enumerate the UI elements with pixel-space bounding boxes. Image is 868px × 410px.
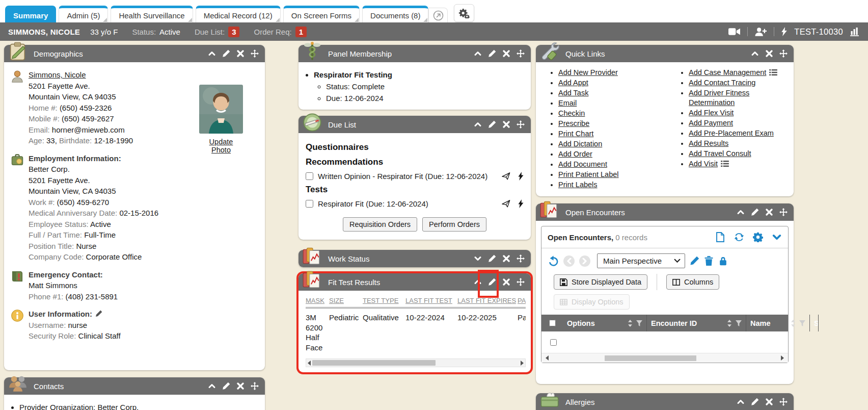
move-icon[interactable]: [517, 254, 525, 263]
collapse-icon[interactable]: [208, 49, 216, 58]
send-paper-plane-icon[interactable]: [502, 172, 510, 181]
sort-icon[interactable]: [791, 320, 796, 327]
move-icon[interactable]: [779, 398, 788, 406]
quick-link[interactable]: Add Payment: [689, 119, 733, 127]
collapse-icon[interactable]: [751, 49, 759, 58]
sort-icon[interactable]: [628, 320, 633, 327]
scroll-right-icon[interactable]: [521, 361, 524, 366]
filter-icon[interactable]: [736, 320, 742, 326]
quick-link[interactable]: Add Document: [558, 160, 607, 168]
chevron-down-icon[interactable]: [772, 232, 782, 242]
send-paper-plane-icon[interactable]: [502, 199, 510, 208]
tab-medical-record[interactable]: Medical Record (12): [196, 6, 281, 22]
scrollbar-thumb[interactable]: [605, 355, 696, 361]
remove-icon[interactable]: [236, 49, 245, 58]
move-icon[interactable]: [517, 278, 525, 286]
perspective-select[interactable]: Main Perspective: [597, 253, 685, 268]
collapse-icon[interactable]: [474, 49, 482, 58]
open-in-new-window-button[interactable]: [428, 8, 448, 22]
tab-admin[interactable]: Admin (5): [59, 6, 108, 22]
horizontal-scrollbar[interactable]: [541, 353, 788, 363]
edit-icon[interactable]: [488, 120, 496, 129]
filter-icon[interactable]: [636, 320, 642, 326]
collapse-icon[interactable]: [474, 120, 482, 129]
chart-settings-button[interactable]: [454, 4, 474, 22]
order-req-badge[interactable]: 1: [295, 27, 307, 37]
quick-action-lightning-icon[interactable]: [518, 199, 524, 208]
quick-link[interactable]: Email: [558, 99, 577, 107]
edit-icon[interactable]: [751, 398, 759, 406]
previous-perspective-button[interactable]: [563, 255, 575, 267]
quick-link[interactable]: Add Results: [689, 139, 728, 147]
remove-icon[interactable]: [765, 49, 773, 58]
collapse-icon[interactable]: [737, 208, 745, 216]
edit-icon[interactable]: [222, 49, 230, 58]
column-size[interactable]: SIZE: [329, 297, 344, 304]
remove-icon[interactable]: [502, 49, 510, 58]
quick-link[interactable]: Print Patient Label: [558, 170, 619, 178]
update-photo-link[interactable]: Update Photo: [199, 138, 243, 154]
remove-icon[interactable]: [765, 208, 773, 216]
remove-icon[interactable]: [502, 278, 510, 286]
video-camera-icon[interactable]: [728, 28, 740, 35]
tab-summary[interactable]: Summary: [5, 6, 56, 22]
columns-button[interactable]: Columns: [666, 274, 719, 290]
edit-icon[interactable]: [488, 49, 496, 58]
quick-link[interactable]: Add Driver Fitness Determination: [689, 89, 749, 107]
patient-name-link[interactable]: Simmons, Nicole: [29, 70, 86, 79]
recommendation-checkbox[interactable]: [306, 172, 313, 180]
gear-icon[interactable]: [753, 232, 763, 242]
quick-action-lightning-icon[interactable]: [518, 172, 524, 181]
column-mask[interactable]: MASK: [306, 297, 324, 304]
quick-link[interactable]: Add Dictation: [558, 140, 602, 148]
column-last-fit-expires[interactable]: LAST FIT EXPIRES: [457, 297, 516, 304]
tab-documents[interactable]: Documents (8): [362, 6, 428, 22]
quick-link[interactable]: Add Travel Consult: [689, 149, 751, 158]
scroll-left-icon[interactable]: [546, 355, 549, 361]
move-icon[interactable]: [779, 208, 788, 216]
delete-perspective-icon[interactable]: [704, 256, 714, 266]
bar-chart-icon[interactable]: [850, 27, 860, 36]
test-checkbox[interactable]: [306, 200, 313, 208]
list-icon[interactable]: [721, 161, 729, 167]
quick-link[interactable]: Add Visit: [689, 160, 718, 168]
select-all-checkbox[interactable]: [549, 320, 556, 326]
quick-link[interactable]: Add New Provider: [558, 68, 618, 76]
sort-icon[interactable]: [727, 320, 732, 327]
edit-icon[interactable]: [488, 254, 496, 263]
move-icon[interactable]: [251, 382, 259, 390]
next-perspective-button[interactable]: [579, 255, 590, 267]
move-icon[interactable]: [517, 49, 525, 58]
filter-icon[interactable]: [799, 320, 805, 326]
quick-link[interactable]: Add Contact Tracing: [689, 79, 755, 87]
move-icon[interactable]: [251, 49, 259, 58]
edit-icon-highlighted[interactable]: [488, 278, 496, 286]
lock-perspective-icon[interactable]: [718, 256, 728, 266]
collapse-icon[interactable]: [208, 382, 216, 390]
remove-icon[interactable]: [765, 398, 773, 406]
quick-link[interactable]: Checkin: [558, 109, 585, 117]
store-displayed-data-button[interactable]: Store Displayed Data: [554, 274, 647, 290]
reset-perspective-icon[interactable]: [548, 255, 559, 267]
move-icon[interactable]: [779, 49, 788, 58]
remove-icon[interactable]: [502, 254, 510, 263]
horizontal-scrollbar[interactable]: [306, 358, 526, 367]
refresh-icon[interactable]: [734, 232, 744, 242]
quick-link[interactable]: Print Chart: [558, 130, 593, 138]
list-icon[interactable]: [769, 69, 777, 75]
scroll-right-icon[interactable]: [781, 355, 784, 361]
row-checkbox[interactable]: [550, 339, 557, 346]
new-document-icon[interactable]: [715, 232, 725, 242]
quick-link[interactable]: Add Case Management: [689, 68, 766, 76]
column-test-type[interactable]: TEST TYPE: [363, 297, 398, 304]
column-last-fit-test[interactable]: LAST FIT TEST: [405, 297, 452, 304]
edit-user-info-icon[interactable]: [95, 310, 102, 317]
move-icon[interactable]: [517, 120, 525, 129]
due-list-badge[interactable]: 3: [228, 27, 239, 37]
expand-icon[interactable]: [474, 254, 482, 263]
quick-link[interactable]: Add Task: [558, 89, 588, 97]
collapse-icon[interactable]: [474, 278, 482, 286]
quick-link[interactable]: Add Flex Visit: [689, 109, 734, 117]
person-add-icon[interactable]: [755, 28, 767, 36]
lightning-bolt-icon[interactable]: [781, 27, 787, 36]
